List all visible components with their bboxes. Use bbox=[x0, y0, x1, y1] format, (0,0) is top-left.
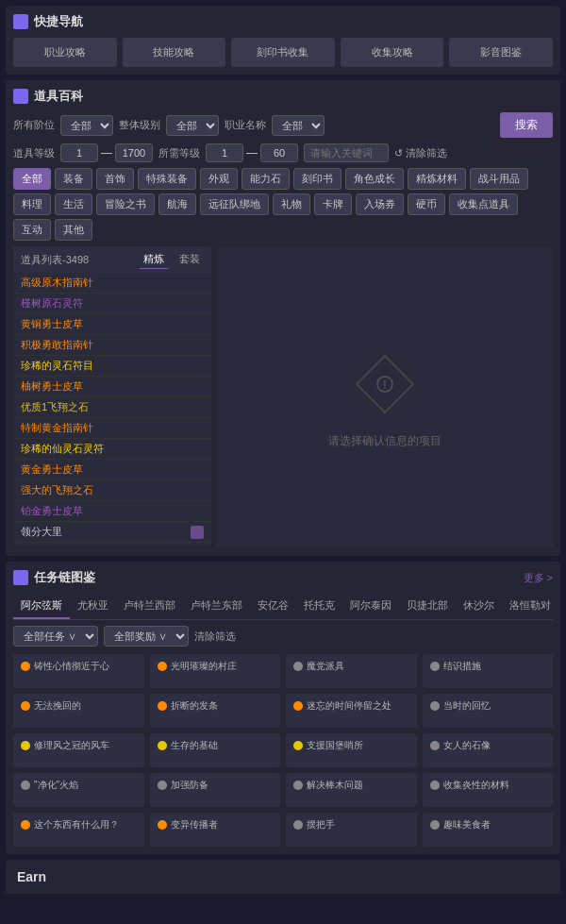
mission-clear-filter-button[interactable]: 清除筛选 bbox=[194, 630, 236, 644]
mission-text-label: 加强防备 bbox=[171, 779, 208, 792]
mission-item[interactable]: 支援国堡哨所 bbox=[286, 733, 417, 767]
job-select[interactable]: 全部 bbox=[272, 115, 325, 136]
list-item[interactable]: 珍稀的灵石符目 bbox=[13, 356, 211, 377]
list-item[interactable]: 柚树勇士皮草 bbox=[13, 377, 211, 397]
filter-tag-入场券[interactable]: 入场券 bbox=[356, 193, 404, 215]
item-list-tab-精炼[interactable]: 精炼 bbox=[140, 250, 168, 269]
region-tab-卢特兰东部[interactable]: 卢特兰东部 bbox=[183, 594, 250, 619]
quick-nav-btn-影音图鉴[interactable]: 影音图鉴 bbox=[449, 38, 553, 67]
mission-item[interactable]: 铸性心情彻近于心 bbox=[13, 654, 144, 688]
require-range: — bbox=[206, 143, 298, 162]
rank-select[interactable]: 全部 bbox=[60, 115, 113, 136]
list-item[interactable]: 槿树原石灵符 bbox=[13, 294, 211, 314]
mission-item[interactable]: 光明璀璨的村庄 bbox=[150, 654, 281, 688]
mission-item[interactable]: 变异传播者 bbox=[150, 813, 281, 847]
mission-item[interactable]: "净化"火焰 bbox=[13, 773, 144, 807]
filter-tag-生活[interactable]: 生活 bbox=[55, 193, 92, 215]
mission-item[interactable]: 加强防备 bbox=[150, 773, 281, 807]
mission-item[interactable]: 这个东西有什么用？ bbox=[13, 813, 144, 847]
region-tab-安亿谷[interactable]: 安亿谷 bbox=[250, 594, 296, 619]
filter-tag-外观[interactable]: 外观 bbox=[200, 168, 238, 190]
quick-nav-title: 快捷导航 bbox=[34, 13, 83, 30]
filter-tag-刻印书[interactable]: 刻印书 bbox=[293, 168, 341, 190]
mission-item[interactable]: 折断的发条 bbox=[150, 694, 281, 728]
mission-item[interactable]: 收集炎性的材料 bbox=[423, 773, 554, 807]
filter-tag-全部[interactable]: 全部 bbox=[13, 168, 51, 190]
require-from-input[interactable] bbox=[206, 143, 243, 162]
filter-tag-冒险之书[interactable]: 冒险之书 bbox=[96, 193, 155, 215]
filter-tag-料理[interactable]: 料理 bbox=[13, 193, 51, 215]
list-item[interactable]: 铂金勇士皮草 bbox=[13, 501, 211, 522]
mission-text-label: 当时的回忆 bbox=[443, 699, 491, 713]
filter-tag-其他[interactable]: 其他 bbox=[55, 219, 92, 241]
list-item[interactable]: 特制黄金指南针 bbox=[13, 418, 211, 439]
list-item[interactable]: 领分大里 bbox=[13, 522, 211, 543]
region-tab-阿尔泰因[interactable]: 阿尔泰因 bbox=[342, 594, 399, 619]
mission-item[interactable]: 趣味美食者 bbox=[423, 813, 554, 847]
filter-tag-首饰[interactable]: 首饰 bbox=[96, 168, 134, 190]
region-tab-洛恒勒对[interactable]: 洛恒勒对 bbox=[502, 594, 553, 619]
filter-tag-装备[interactable]: 装备 bbox=[55, 168, 92, 190]
filter-tag-战斗用品[interactable]: 战斗用品 bbox=[470, 168, 528, 190]
region-tab-卢特兰西部[interactable]: 卢特兰西部 bbox=[116, 594, 183, 619]
mission-item[interactable]: 解决棒木问题 bbox=[286, 773, 417, 807]
search-button[interactable]: 搜索 bbox=[500, 112, 553, 138]
mission-type-select[interactable]: 全部任务 ∨ bbox=[13, 626, 98, 647]
list-item[interactable]: 积极勇敢指南针 bbox=[13, 335, 211, 356]
mission-item[interactable]: 修理风之冠的风车 bbox=[13, 733, 144, 767]
mission-item[interactable]: 结识措施 bbox=[423, 654, 554, 688]
filter-tag-角色成长[interactable]: 角色成长 bbox=[345, 168, 404, 190]
list-item[interactable]: 珍稀的仙灵石灵符 bbox=[13, 439, 211, 460]
list-item[interactable]: 黄金勇士皮草 bbox=[13, 460, 211, 480]
filter-tag-互动[interactable]: 互动 bbox=[13, 219, 51, 241]
grade-select[interactable]: 全部 bbox=[166, 115, 219, 136]
filter-tag-特殊装备[interactable]: 特殊装备 bbox=[138, 168, 196, 190]
keyword-input[interactable] bbox=[304, 143, 389, 162]
filter-row-1: 所有阶位 全部 整体级别 全部 职业名称 全部 搜索 bbox=[13, 112, 553, 138]
region-tab-贝捷北部[interactable]: 贝捷北部 bbox=[399, 594, 456, 619]
mission-item[interactable]: 摆把手 bbox=[286, 813, 417, 847]
list-item[interactable]: 高级原木指南针 bbox=[13, 273, 211, 294]
filter-tag-卡牌[interactable]: 卡牌 bbox=[314, 193, 352, 215]
filter-tag-能力石[interactable]: 能力石 bbox=[241, 168, 290, 190]
list-item[interactable]: 强大的飞翔之石 bbox=[13, 480, 211, 501]
mission-text-label: "净化"火焰 bbox=[34, 779, 78, 792]
quick-nav-btn-收集攻略[interactable]: 收集攻略 bbox=[341, 38, 444, 67]
mission-item[interactable]: 女人的石像 bbox=[423, 733, 554, 767]
region-tab-休沙尔[interactable]: 休沙尔 bbox=[456, 594, 502, 619]
mission-reward-select[interactable]: 全部奖励 ∨ bbox=[104, 626, 189, 647]
clear-filter-button[interactable]: ↺ 清除筛选 bbox=[394, 146, 447, 160]
filter-tag-精炼材料[interactable]: 精炼材料 bbox=[408, 168, 466, 190]
mission-item[interactable]: 迷忘的时间停留之处 bbox=[286, 694, 417, 728]
upgrade-to-input[interactable] bbox=[115, 143, 153, 162]
quick-nav-btn-技能攻略[interactable]: 技能攻略 bbox=[123, 38, 226, 67]
list-item[interactable]: 黄铜勇士皮草 bbox=[13, 314, 211, 335]
rank-label: 所有阶位 bbox=[13, 118, 55, 132]
region-tab-尤秋亚[interactable]: 尤秋亚 bbox=[70, 594, 116, 619]
filter-tag-航海[interactable]: 航海 bbox=[158, 193, 196, 215]
mission-status-dot bbox=[158, 781, 167, 790]
quick-nav-btn-职业攻略[interactable]: 职业攻略 bbox=[13, 38, 117, 67]
list-item[interactable]: 优质1飞翔之石 bbox=[13, 397, 211, 418]
mission-status-dot bbox=[158, 741, 167, 750]
upgrade-from-input[interactable] bbox=[60, 143, 98, 162]
item-list-header: 道具列表-3498 精炼套装 bbox=[13, 246, 211, 273]
filter-tag-收集点道具[interactable]: 收集点道具 bbox=[449, 193, 518, 215]
earn-section: Earn bbox=[6, 860, 560, 894]
item-list-tab-套装[interactable]: 套装 bbox=[175, 250, 204, 269]
require-to-input[interactable] bbox=[260, 143, 298, 162]
more-link[interactable]: 更多 > bbox=[524, 571, 553, 585]
region-tab-阿尔弦斯[interactable]: 阿尔弦斯 bbox=[13, 594, 70, 619]
filter-tag-远征队绑地[interactable]: 远征队绑地 bbox=[200, 193, 269, 215]
list-item[interactable]: 领分头盔 bbox=[13, 543, 211, 546]
quick-nav-btn-刻印书收集[interactable]: 刻印书收集 bbox=[231, 38, 335, 67]
item-list-tabs: 精炼套装 bbox=[140, 250, 204, 269]
filter-tag-礼物[interactable]: 礼物 bbox=[273, 193, 310, 215]
mission-item[interactable]: 无法挽回的 bbox=[13, 694, 144, 728]
mission-item[interactable]: 生存的基础 bbox=[150, 733, 281, 767]
mission-item[interactable]: 当时的回忆 bbox=[423, 694, 554, 728]
mission-text-label: 铸性心情彻近于心 bbox=[34, 660, 109, 673]
filter-tag-硬币[interactable]: 硬币 bbox=[408, 193, 445, 215]
region-tab-托托克[interactable]: 托托克 bbox=[296, 594, 342, 619]
mission-item[interactable]: 魔党派具 bbox=[286, 654, 417, 688]
